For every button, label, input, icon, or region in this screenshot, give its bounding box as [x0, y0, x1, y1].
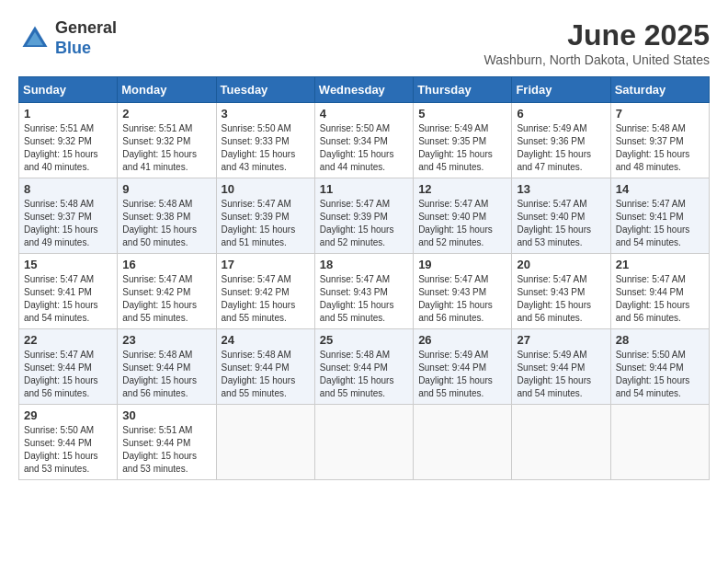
day-number: 8	[24, 182, 112, 196]
calendar-cell: 18Sunrise: 5:47 AM Sunset: 9:43 PM Dayli…	[314, 254, 413, 329]
calendar-cell: 23Sunrise: 5:48 AM Sunset: 9:44 PM Dayli…	[118, 329, 216, 405]
calendar-weekday-thursday: Thursday	[414, 77, 512, 103]
day-number: 30	[122, 408, 210, 422]
day-number: 11	[320, 182, 408, 196]
day-info: Sunrise: 5:48 AM Sunset: 9:44 PM Dayligh…	[122, 349, 210, 400]
location: Washburn, North Dakota, United States	[484, 52, 710, 67]
day-info: Sunrise: 5:50 AM Sunset: 9:34 PM Dayligh…	[320, 122, 408, 174]
calendar-week-row: 1Sunrise: 5:51 AM Sunset: 9:32 PM Daylig…	[19, 103, 710, 178]
calendar-cell: 17Sunrise: 5:47 AM Sunset: 9:42 PM Dayli…	[216, 254, 314, 329]
day-number: 14	[616, 182, 704, 196]
day-number: 20	[517, 258, 605, 271]
calendar-weekday-friday: Friday	[512, 77, 610, 103]
calendar-cell: 8Sunrise: 5:48 AM Sunset: 9:37 PM Daylig…	[19, 178, 118, 254]
calendar-cell: 9Sunrise: 5:48 AM Sunset: 9:38 PM Daylig…	[118, 178, 216, 254]
day-info: Sunrise: 5:51 AM Sunset: 9:32 PM Dayligh…	[24, 122, 112, 174]
day-number: 2	[122, 107, 210, 121]
day-number: 22	[24, 333, 112, 347]
calendar-cell	[610, 405, 709, 480]
day-number: 3	[222, 107, 310, 121]
day-number: 15	[24, 258, 112, 271]
calendar-cell: 6Sunrise: 5:49 AM Sunset: 9:36 PM Daylig…	[512, 103, 610, 178]
day-info: Sunrise: 5:48 AM Sunset: 9:38 PM Dayligh…	[122, 198, 210, 249]
day-info: Sunrise: 5:47 AM Sunset: 9:42 PM Dayligh…	[122, 273, 210, 325]
calendar-cell: 13Sunrise: 5:47 AM Sunset: 9:40 PM Dayli…	[512, 178, 610, 254]
calendar-cell: 21Sunrise: 5:47 AM Sunset: 9:44 PM Dayli…	[610, 254, 709, 329]
day-number: 19	[418, 258, 506, 271]
day-info: Sunrise: 5:47 AM Sunset: 9:39 PM Dayligh…	[222, 198, 310, 249]
day-number: 4	[320, 107, 408, 121]
day-number: 27	[517, 333, 605, 347]
day-info: Sunrise: 5:47 AM Sunset: 9:40 PM Dayligh…	[418, 198, 506, 249]
calendar-cell	[414, 405, 512, 480]
logo-general: General	[55, 18, 117, 37]
calendar-week-row: 8Sunrise: 5:48 AM Sunset: 9:37 PM Daylig…	[19, 178, 710, 254]
day-number: 29	[24, 408, 112, 422]
title-block: June 2025 Washburn, North Dakota, United…	[484, 18, 710, 67]
day-info: Sunrise: 5:47 AM Sunset: 9:41 PM Dayligh…	[616, 198, 704, 249]
calendar-cell	[314, 405, 413, 480]
calendar-cell: 5Sunrise: 5:49 AM Sunset: 9:35 PM Daylig…	[414, 103, 512, 178]
calendar-cell: 24Sunrise: 5:48 AM Sunset: 9:44 PM Dayli…	[216, 329, 314, 405]
day-number: 24	[222, 333, 310, 347]
calendar-cell: 3Sunrise: 5:50 AM Sunset: 9:33 PM Daylig…	[216, 103, 314, 178]
calendar-weekday-monday: Monday	[118, 77, 216, 103]
page-header: General Blue June 2025 Washburn, North D…	[18, 18, 710, 67]
day-info: Sunrise: 5:50 AM Sunset: 9:33 PM Dayligh…	[222, 122, 310, 174]
day-info: Sunrise: 5:47 AM Sunset: 9:44 PM Dayligh…	[24, 349, 112, 400]
day-info: Sunrise: 5:47 AM Sunset: 9:39 PM Dayligh…	[320, 198, 408, 249]
day-info: Sunrise: 5:47 AM Sunset: 9:43 PM Dayligh…	[517, 273, 605, 325]
calendar-weekday-sunday: Sunday	[19, 77, 118, 103]
calendar-cell: 11Sunrise: 5:47 AM Sunset: 9:39 PM Dayli…	[314, 178, 413, 254]
day-number: 9	[122, 182, 210, 196]
day-info: Sunrise: 5:51 AM Sunset: 9:44 PM Dayligh…	[122, 424, 210, 476]
calendar-cell: 22Sunrise: 5:47 AM Sunset: 9:44 PM Dayli…	[19, 329, 118, 405]
day-number: 1	[24, 107, 112, 121]
day-number: 28	[616, 333, 704, 347]
calendar-cell: 25Sunrise: 5:48 AM Sunset: 9:44 PM Dayli…	[314, 329, 413, 405]
day-number: 12	[418, 182, 506, 196]
calendar-week-row: 15Sunrise: 5:47 AM Sunset: 9:41 PM Dayli…	[19, 254, 710, 329]
day-info: Sunrise: 5:47 AM Sunset: 9:43 PM Dayligh…	[320, 273, 408, 325]
calendar-table: SundayMondayTuesdayWednesdayThursdayFrid…	[18, 76, 710, 480]
calendar-week-row: 29Sunrise: 5:50 AM Sunset: 9:44 PM Dayli…	[19, 405, 710, 480]
calendar-cell: 10Sunrise: 5:47 AM Sunset: 9:39 PM Dayli…	[216, 178, 314, 254]
day-info: Sunrise: 5:48 AM Sunset: 9:44 PM Dayligh…	[320, 349, 408, 400]
calendar-cell: 28Sunrise: 5:50 AM Sunset: 9:44 PM Dayli…	[610, 329, 709, 405]
day-number: 17	[222, 258, 310, 271]
day-number: 23	[122, 333, 210, 347]
day-info: Sunrise: 5:48 AM Sunset: 9:37 PM Dayligh…	[616, 122, 704, 174]
logo-blue: Blue	[55, 39, 91, 57]
calendar-cell: 12Sunrise: 5:47 AM Sunset: 9:40 PM Dayli…	[414, 178, 512, 254]
calendar-cell: 7Sunrise: 5:48 AM Sunset: 9:37 PM Daylig…	[610, 103, 709, 178]
calendar-cell: 16Sunrise: 5:47 AM Sunset: 9:42 PM Dayli…	[118, 254, 216, 329]
day-info: Sunrise: 5:47 AM Sunset: 9:41 PM Dayligh…	[24, 273, 112, 325]
day-number: 25	[320, 333, 408, 347]
calendar-week-row: 22Sunrise: 5:47 AM Sunset: 9:44 PM Dayli…	[19, 329, 710, 405]
calendar-cell: 26Sunrise: 5:49 AM Sunset: 9:44 PM Dayli…	[414, 329, 512, 405]
day-info: Sunrise: 5:49 AM Sunset: 9:44 PM Dayligh…	[517, 349, 605, 400]
calendar-cell: 20Sunrise: 5:47 AM Sunset: 9:43 PM Dayli…	[512, 254, 610, 329]
calendar-cell: 15Sunrise: 5:47 AM Sunset: 9:41 PM Dayli…	[19, 254, 118, 329]
calendar-cell: 1Sunrise: 5:51 AM Sunset: 9:32 PM Daylig…	[19, 103, 118, 178]
calendar-cell: 19Sunrise: 5:47 AM Sunset: 9:43 PM Dayli…	[414, 254, 512, 329]
day-info: Sunrise: 5:49 AM Sunset: 9:35 PM Dayligh…	[418, 122, 506, 174]
day-number: 16	[122, 258, 210, 271]
day-number: 10	[222, 182, 310, 196]
day-number: 7	[616, 107, 704, 121]
day-info: Sunrise: 5:47 AM Sunset: 9:40 PM Dayligh…	[517, 198, 605, 249]
day-info: Sunrise: 5:47 AM Sunset: 9:43 PM Dayligh…	[418, 273, 506, 325]
calendar-header-row: SundayMondayTuesdayWednesdayThursdayFrid…	[19, 77, 710, 103]
logo: General Blue	[18, 18, 117, 58]
calendar-weekday-saturday: Saturday	[610, 77, 709, 103]
day-number: 13	[517, 182, 605, 196]
day-info: Sunrise: 5:50 AM Sunset: 9:44 PM Dayligh…	[24, 424, 112, 476]
calendar-cell: 29Sunrise: 5:50 AM Sunset: 9:44 PM Dayli…	[19, 405, 118, 480]
calendar-weekday-wednesday: Wednesday	[314, 77, 413, 103]
calendar-cell: 14Sunrise: 5:47 AM Sunset: 9:41 PM Dayli…	[610, 178, 709, 254]
calendar-cell: 27Sunrise: 5:49 AM Sunset: 9:44 PM Dayli…	[512, 329, 610, 405]
logo-text: General Blue	[55, 18, 117, 58]
month-title: June 2025	[484, 18, 710, 52]
day-number: 18	[320, 258, 408, 271]
day-info: Sunrise: 5:50 AM Sunset: 9:44 PM Dayligh…	[616, 349, 704, 400]
